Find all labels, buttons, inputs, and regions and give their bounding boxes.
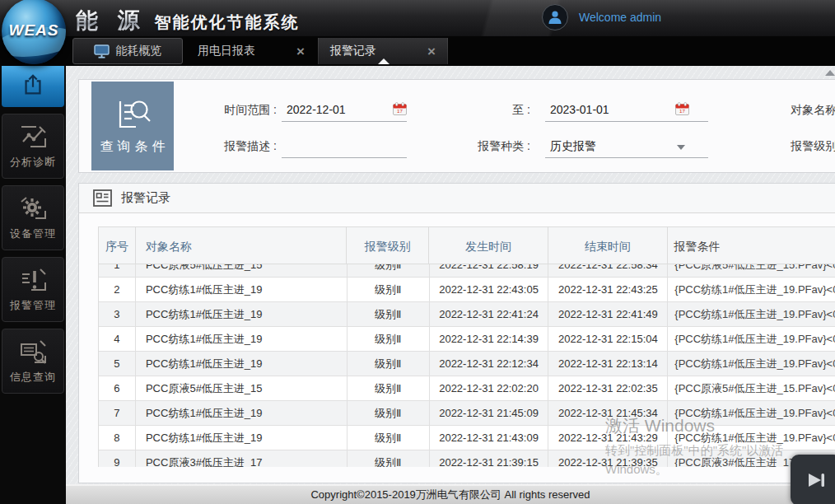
to-label: 至 : bbox=[473, 103, 530, 118]
query-conditions-panel: 查询条件 时间范围 : 2022-12-01 17 至 : 2023-01-01 bbox=[78, 79, 835, 173]
cell-index: 1 bbox=[99, 264, 136, 277]
active-tab-indicator bbox=[378, 58, 390, 64]
table-row[interactable]: 2 PCC纺练1#低压主进_19 级别Ⅱ 2022-12-31 22:43:05… bbox=[99, 278, 835, 302]
cell-object-name: PCC纺练1#低压主进_19 bbox=[136, 302, 348, 326]
to-value[interactable]: 2023-01-01 bbox=[550, 103, 609, 116]
column-header-object[interactable]: 对象名称 bbox=[136, 227, 348, 264]
alarm-type-underline bbox=[545, 157, 708, 158]
tab-daily-power-report[interactable]: 用电日报表 × bbox=[186, 38, 316, 64]
cell-start-time: 2022-12-31 21:45:09 bbox=[430, 401, 549, 425]
sidebar-item-alarm[interactable]: 报警管理 bbox=[2, 257, 64, 322]
gear-icon bbox=[18, 194, 48, 222]
alarm-table-header: 序号 对象名称 报警级别 发生时间 结束时间 报警条件 bbox=[98, 226, 835, 264]
sidebar-item-info-query[interactable]: 信息查询 bbox=[2, 329, 64, 394]
share-icon bbox=[21, 72, 45, 97]
time-range-value[interactable]: 2022-12-01 bbox=[287, 103, 346, 116]
cell-end-time: 2022-12-31 22:02:35 bbox=[548, 376, 668, 400]
cell-index: 6 bbox=[99, 376, 136, 400]
info-search-icon bbox=[18, 338, 48, 366]
cell-alarm-level: 级别Ⅱ bbox=[348, 450, 430, 467]
sidebar-item-label: 报警管理 bbox=[10, 298, 56, 313]
tab-label: 报警记录 bbox=[330, 44, 376, 58]
cell-alarm-condition: {PCC纺练1#低压主进_19.PFav}<0.9 bbox=[668, 426, 835, 450]
cell-alarm-condition: {PCC纺练1#低压主进_19.PFav}<0.9 bbox=[668, 401, 835, 425]
close-icon[interactable]: × bbox=[296, 44, 305, 58]
main-content: 查询条件 时间范围 : 2022-12-01 17 至 : 2023-01-01 bbox=[66, 66, 835, 484]
column-header-level[interactable]: 报警级别 bbox=[347, 227, 429, 264]
chevron-down-icon[interactable] bbox=[677, 145, 685, 150]
cell-object-name: PCC纺练1#低压主进_19 bbox=[136, 352, 348, 376]
table-row[interactable]: 7 PCC纺练1#低压主进_19 级别Ⅱ 2022-12-31 21:45:09… bbox=[99, 401, 835, 426]
analysis-icon bbox=[18, 123, 48, 151]
object-name-label: 对象名称 : bbox=[769, 103, 835, 118]
cell-object-name: PCC纺练1#低压主进_19 bbox=[136, 327, 348, 351]
cell-alarm-level: 级别Ⅱ bbox=[348, 278, 430, 301]
cell-end-time: 2022-12-31 22:15:04 bbox=[548, 327, 668, 351]
sidebar-item-label: 分析诊断 bbox=[10, 155, 56, 170]
cell-alarm-level: 级别Ⅱ bbox=[348, 352, 430, 376]
cell-end-time: 2022-12-31 21:45:34 bbox=[548, 401, 668, 425]
cell-index: 3 bbox=[99, 302, 136, 326]
table-row[interactable]: 4 PCC纺练1#低压主进_19 级别Ⅱ 2022-12-31 22:14:39… bbox=[99, 327, 835, 352]
logo-text: WEAS bbox=[5, 21, 63, 40]
cell-object-name: PCC原液3#低压主进_17 bbox=[136, 450, 348, 467]
svg-text:17: 17 bbox=[679, 108, 685, 114]
cell-start-time: 2022-12-31 21:39:15 bbox=[430, 450, 549, 467]
cell-start-time: 2022-12-31 22:43:05 bbox=[430, 278, 549, 301]
table-row[interactable]: 5 PCC纺练1#低压主进_19 级别Ⅱ 2022-12-31 22:12:34… bbox=[99, 352, 835, 376]
scroll-up-arrow-icon[interactable] bbox=[825, 70, 835, 76]
table-row[interactable]: 8 PCC纺练1#低压主进_19 级别Ⅱ 2022-12-31 21:43:09… bbox=[99, 426, 835, 450]
alarm-table-viewport: 1 PCC原液5#低压主进_15 级别Ⅱ 2022-12-31 22:58:19… bbox=[98, 264, 835, 467]
cell-end-time: 2022-12-31 22:41:49 bbox=[548, 302, 668, 326]
table-row[interactable]: 3 PCC纺练1#低压主进_19 级别Ⅱ 2022-12-31 22:41:24… bbox=[99, 302, 835, 327]
cell-alarm-level: 级别Ⅱ bbox=[348, 327, 430, 351]
table-row[interactable]: 1 PCC原液5#低压主进_15 级别Ⅱ 2022-12-31 22:58:19… bbox=[99, 264, 835, 278]
calendar-icon[interactable]: 17 bbox=[393, 102, 407, 115]
cell-alarm-condition: {PCC原液5#低压主进_15.PFav}<0.9 bbox=[668, 264, 835, 277]
to-underline bbox=[545, 121, 708, 122]
weas-logo[interactable]: WEAS bbox=[2, 0, 66, 64]
query-search-icon bbox=[114, 97, 152, 132]
cell-index: 7 bbox=[99, 401, 136, 425]
sidebar: 分析诊断 设备管理 bbox=[0, 0, 66, 504]
user-area[interactable]: Welcome admin bbox=[542, 4, 661, 30]
table-row[interactable]: 9 PCC原液3#低压主进_17 级别Ⅱ 2022-12-31 21:39:15… bbox=[99, 450, 835, 467]
alarm-table-body: 1 PCC原液5#低压主进_15 级别Ⅱ 2022-12-31 22:58:19… bbox=[99, 264, 835, 467]
tab-energy-overview[interactable]: 能耗概览 bbox=[72, 38, 183, 64]
column-header-start[interactable]: 发生时间 bbox=[429, 227, 548, 264]
cell-end-time: 2022-12-31 21:43:29 bbox=[548, 426, 668, 450]
cell-index: 9 bbox=[99, 450, 136, 467]
sidebar-item-device[interactable]: 设备管理 bbox=[2, 185, 64, 250]
tab-alarm-records[interactable]: 报警记录 × bbox=[318, 38, 448, 64]
table-row[interactable]: 6 PCC原液5#低压主进_15 级别Ⅱ 2022-12-31 22:02:20… bbox=[99, 376, 835, 401]
form-icon bbox=[93, 189, 112, 207]
cell-object-name: PCC原液5#低压主进_15 bbox=[136, 264, 348, 277]
app-window: 能 源 智能优化节能系统 Welcome admin WEAS 能耗概览 bbox=[0, 0, 835, 504]
cell-index: 5 bbox=[99, 352, 136, 376]
column-header-end[interactable]: 结束时间 bbox=[548, 227, 668, 264]
cell-alarm-level: 级别Ⅱ bbox=[348, 264, 430, 277]
cell-end-time: 2022-12-31 22:43:25 bbox=[548, 278, 668, 301]
alarm-type-select[interactable]: 历史报警 bbox=[550, 139, 596, 154]
close-icon[interactable]: × bbox=[427, 44, 436, 58]
copyright-text: Copyright©2015-2019万洲电气有限公司 All rights r… bbox=[310, 488, 590, 502]
column-header-condition[interactable]: 报警条件 bbox=[668, 227, 835, 264]
user-avatar-icon[interactable] bbox=[542, 4, 568, 30]
panel-title: 报警记录 bbox=[121, 190, 170, 206]
cell-object-name: PCC纺练1#低压主进_19 bbox=[136, 278, 348, 301]
tab-label: 能耗概览 bbox=[116, 44, 162, 58]
assistant-button[interactable] bbox=[791, 455, 835, 504]
alarm-records-panel: 报警记录 序号 对象名称 报警级别 发生时间 结束时间 报警条件 1 PCC原液… bbox=[78, 183, 835, 483]
cell-alarm-condition: {PCC原液5#低压主进_15.PFav}<0.9 bbox=[668, 376, 835, 400]
cell-index: 2 bbox=[99, 278, 136, 301]
column-header-index[interactable]: 序号 bbox=[99, 227, 136, 264]
sidebar-item-label: 设备管理 bbox=[10, 226, 56, 241]
sidebar-item-analysis[interactable]: 分析诊断 bbox=[2, 114, 64, 179]
calendar-icon[interactable]: 17 bbox=[675, 102, 689, 115]
alarm-desc-underline bbox=[282, 157, 407, 158]
sidebar-item-home[interactable] bbox=[2, 63, 64, 107]
cell-index: 4 bbox=[99, 327, 136, 351]
app-title-primary: 能 源 bbox=[76, 6, 147, 35]
cell-alarm-condition: {PCC纺练1#低压主进_19.PFav}<0.9 bbox=[668, 327, 835, 351]
svg-text:17: 17 bbox=[397, 108, 403, 114]
